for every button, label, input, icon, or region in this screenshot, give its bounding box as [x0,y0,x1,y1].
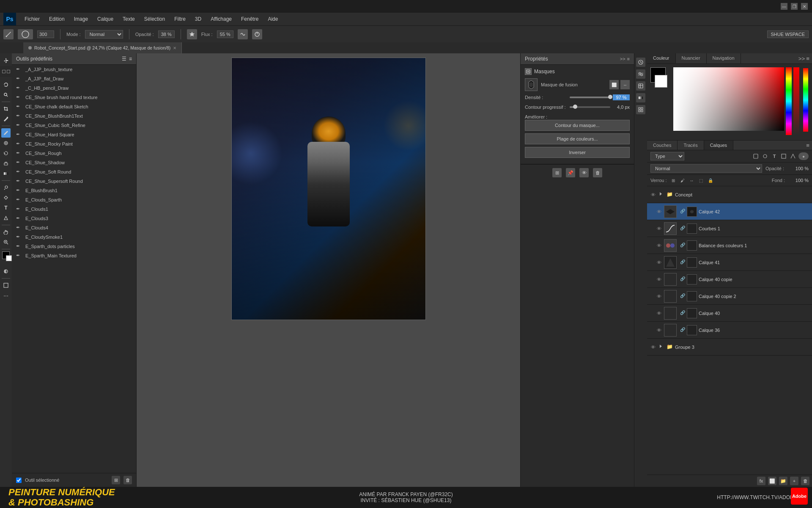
tab-close-icon[interactable]: ✕ [173,46,176,50]
brush-item-0[interactable]: ✒_A_JJP_brush_texture [12,65,136,74]
brush-size-input[interactable] [37,30,54,38]
layers-panel-menu[interactable]: ≡ [806,142,809,149]
verrou-brush-btn[interactable]: 🖌 [679,177,686,184]
inverser-btn[interactable]: Inverser [525,147,630,158]
brush-item-20[interactable]: ✒E_Sparth_Main Textured [12,251,136,260]
brush-item-14[interactable]: ✒E_Clouds_Sparth [12,195,136,204]
hue-slider[interactable] [786,67,792,135]
menu-texte[interactable]: Texte [118,14,139,24]
color-spectrum-area[interactable] [673,67,784,131]
filter-shape-icon[interactable] [780,152,787,160]
layer-row-groupe3[interactable]: 👁 📁 Groupe 3 [647,339,812,356]
brush-tool[interactable] [1,128,11,138]
patterns-icon[interactable] [636,105,645,114]
pressure-icon[interactable] [187,29,197,39]
layer-row-40[interactable]: 👁 🔗 Calque 40 [647,305,812,322]
layer-row-concept[interactable]: 👁 📁 Concept [647,186,812,203]
gradient-panel-icon[interactable] [636,93,645,102]
workspace-label[interactable]: SHUE WSPACE [767,30,809,38]
verrou-move-btn[interactable]: ↔ [688,177,696,184]
prop-icon-trash[interactable]: 🗑 [593,168,602,177]
clone-tool[interactable] [1,138,11,148]
eye-groupe3[interactable]: 👁 [650,344,656,351]
eyedropper-tool[interactable] [1,114,11,124]
panel-list-icon[interactable]: ☰ [122,56,126,62]
properties-expand-btn[interactable]: >> [620,56,625,61]
text-tool[interactable]: T [1,203,11,213]
properties-menu-btn[interactable]: ≡ [627,56,630,61]
brush-item-9[interactable]: ✒CE_Shue_Rough [12,149,136,158]
layer-row-courbes[interactable]: 👁 🔗 Courbes 1 [647,220,812,237]
verrou-artboard-btn[interactable]: ⬚ [697,177,705,184]
brush-item-15[interactable]: ✒E_Clouds1 [12,204,136,214]
quick-mask-tool[interactable] [1,267,11,276]
brush-item-3[interactable]: ✒CE_Shue brush hard round texture [12,93,136,102]
opacity-value[interactable]: 100 % [787,166,809,171]
eraser-tool[interactable] [1,159,11,168]
tab-couches[interactable]: Couches [647,141,678,150]
tab-nuancier[interactable]: Nuancier [676,53,707,64]
lasso-tool[interactable] [1,80,11,89]
tool-selected-checkbox[interactable] [16,478,22,483]
prop-icon-pin[interactable]: 📌 [566,168,575,177]
move-tool[interactable] [1,56,11,65]
filter-smart-icon[interactable] [789,152,797,160]
mode-dropdown[interactable]: Normal [85,30,123,39]
eye-40copie2[interactable]: 👁 [656,293,662,300]
brush-tool-icon[interactable] [3,29,14,39]
history-brush-tool[interactable] [1,149,11,158]
contour-thumb[interactable] [573,105,577,109]
menu-calque[interactable]: Calque [93,14,118,24]
canvas-area[interactable] [137,53,520,487]
eye-balance[interactable]: 👁 [656,242,662,249]
brush-item-2[interactable]: ✒_C_HB_pencil_Draw [12,83,136,93]
libraries-icon[interactable] [636,81,645,91]
menu-selection[interactable]: Sélection [140,14,169,24]
smoothing-icon[interactable] [238,29,248,39]
menu-edition[interactable]: Edition [45,14,69,24]
alpha-slider[interactable] [793,67,799,135]
new-group-btn[interactable]: 📁 [779,477,787,485]
fond-value[interactable]: 100 % [787,178,809,183]
document-tab[interactable]: Robot_Concept_Start.psd @ 24,7% (Calque … [23,42,182,53]
prop-icon-grid[interactable]: ⊞ [552,168,562,177]
gradient-tool[interactable] [1,169,11,178]
contour-masque-btn[interactable]: Contour du masque... [525,120,630,131]
brush-item-11[interactable]: ✒CE_Shue_Soft Round [12,167,136,177]
pen-tool[interactable] [1,193,11,202]
verrou-lock-btn[interactable]: 🔒 [707,177,714,184]
foreground-color[interactable] [2,251,10,259]
group-arrow[interactable] [658,191,665,198]
menu-aide[interactable]: Aide [263,14,282,24]
blend-mode-dropdown[interactable]: Normal [650,164,762,173]
brush-item-13[interactable]: ✒E_BlushBrush1 [12,186,136,195]
menu-fenetre[interactable]: Fenêtre [237,14,263,24]
menu-affichage[interactable]: Affichage [206,14,236,24]
menu-filtre[interactable]: Filtre [170,14,190,24]
contour-slider[interactable] [570,106,610,108]
new-layer-btn[interactable]: + [790,477,798,485]
color-panel-expand[interactable]: >> [798,55,805,62]
screen-mode-tool[interactable] [1,281,11,290]
hand-tool[interactable] [1,227,11,237]
mask-btn-1[interactable]: ⬜ [609,80,619,89]
menu-image[interactable]: Image [70,14,92,24]
layer-row-40copie[interactable]: 👁 🔗 Calque 40 copie [647,271,812,288]
delete-layer-btn[interactable]: 🗑 [801,477,809,485]
add-mask-btn[interactable]: ⬜ [768,477,776,485]
tab-calques[interactable]: Calques [704,141,733,150]
close-button[interactable]: ✕ [801,3,808,10]
eye-concept[interactable]: 👁 [650,191,656,198]
filter-active-icon[interactable]: ● [798,152,809,160]
crop-tool[interactable] [1,104,11,113]
tab-traces[interactable]: Tracés [678,141,704,150]
eye-41[interactable]: 👁 [656,259,662,266]
plage-couleurs-btn[interactable]: Plage de couleurs... [525,133,630,144]
brush-item-19[interactable]: ✒E_Sparth_dots particles [12,242,136,251]
brush-item-17[interactable]: ✒E_Clouds4 [12,223,136,232]
menu-fichier[interactable]: Fichier [20,14,44,24]
zoom-tool[interactable] [1,237,11,247]
dodge-tool[interactable] [1,183,11,192]
brush-item-18[interactable]: ✒E_CloudySmoke1 [12,232,136,242]
layer-row-36[interactable]: 👁 🔗 Calque 36 [647,322,812,339]
